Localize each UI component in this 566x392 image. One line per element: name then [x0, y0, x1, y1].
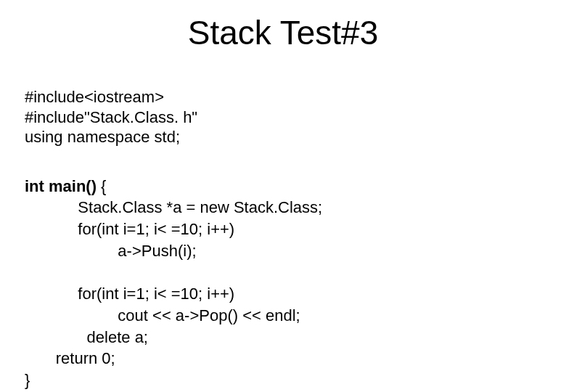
code-line-3: for(int i=1; i< =10; i++)	[25, 220, 234, 238]
code-line-7: cout << a->Pop() << endl;	[25, 306, 300, 324]
includes-block: #include<iostream> #include"Stack.Class.…	[25, 87, 197, 147]
slide-title: Stack Test#3	[0, 13, 566, 52]
code-line-2: Stack.Class *a = new Stack.Class;	[25, 198, 322, 216]
include-line-2: #include"Stack.Class. h"	[25, 107, 197, 128]
include-line-3: using namespace std;	[25, 127, 197, 147]
main-brace: {	[97, 177, 106, 195]
code-line-4: a->Push(i);	[25, 242, 197, 260]
slide: Stack Test#3 #include<iostream> #include…	[0, 0, 566, 392]
main-signature-bold: int main()	[25, 177, 97, 195]
code-line-10: }	[25, 371, 30, 389]
code-line-8: delete a;	[25, 328, 148, 346]
code-line-9: return 0;	[25, 349, 115, 367]
main-signature: int main() {	[25, 177, 106, 195]
code-block: int main() { Stack.Class *a = new Stack.…	[25, 154, 322, 392]
include-line-1: #include<iostream>	[25, 87, 197, 107]
code-line-6: for(int i=1; i< =10; i++)	[25, 285, 234, 303]
